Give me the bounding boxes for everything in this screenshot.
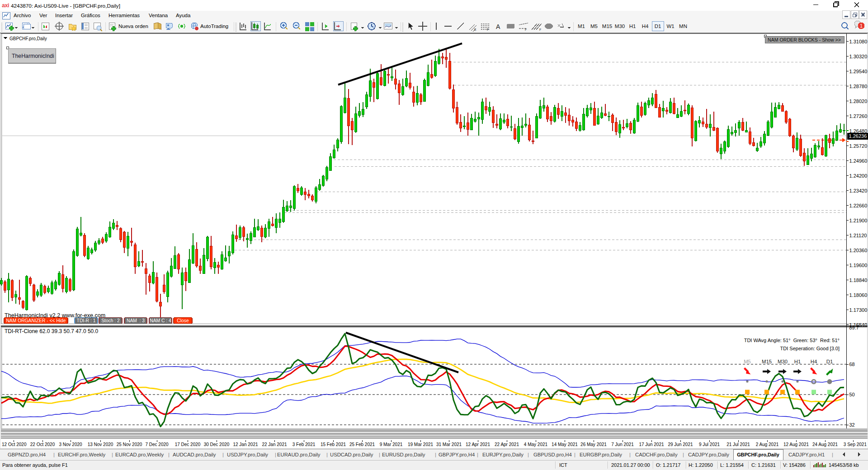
svg-text:D1: D1	[826, 359, 833, 364]
svg-text:12 Jan 2021: 12 Jan 2021	[233, 442, 258, 447]
svg-text:H1: H1	[794, 359, 801, 364]
svg-text:GBPCHF.pro,Daily: GBPCHF.pro,Daily	[737, 452, 779, 457]
svg-text:3 Feb 2021: 3 Feb 2021	[292, 442, 316, 447]
svg-text:1.25720: 1.25720	[849, 143, 868, 149]
svg-text:ICT: ICT	[559, 462, 567, 468]
svg-text:A: A	[496, 23, 500, 30]
svg-text:50: 50	[849, 392, 855, 397]
svg-text:L: 1.21554: L: 1.21554	[720, 462, 744, 468]
svg-text:CADJPY.pro,H1: CADJPY.pro,H1	[788, 452, 825, 457]
svg-text:22 Apr 2021: 22 Apr 2021	[495, 442, 519, 447]
svg-text:1.18840: 1.18840	[849, 277, 868, 283]
svg-text:EURCHF.pro,Weekly: EURCHF.pro,Weekly	[58, 452, 106, 457]
svg-text:Stoch : 2: Stoch : 2	[101, 318, 120, 323]
svg-text:19 Mar 2021: 19 Mar 2021	[408, 442, 434, 447]
svg-text:|: |	[275, 452, 276, 457]
svg-text:TDI-R : 1: TDI-R : 1	[77, 318, 96, 323]
svg-text:1.27260: 1.27260	[849, 113, 868, 119]
svg-text:GBPJPY.pro,H4: GBPJPY.pro,H4	[439, 452, 475, 457]
svg-text:AutoTrading: AutoTrading	[200, 24, 228, 29]
svg-text:TDI WAvg Angle: 51° Green: 53: TDI WAvg Angle: 51° Green: 53° Red: 51°	[744, 338, 840, 343]
svg-text:Archivo: Archivo	[14, 13, 31, 18]
svg-text:Ayuda: Ayuda	[176, 13, 191, 18]
svg-text:|: |	[435, 452, 436, 457]
svg-text:7 Jun 2021: 7 Jun 2021	[611, 442, 634, 447]
svg-text:30 Dec 2020: 30 Dec 2020	[204, 442, 230, 447]
svg-text:1.21900: 1.21900	[849, 218, 868, 223]
svg-text:26 May 2021: 26 May 2021	[580, 442, 607, 447]
svg-text:GBPNZD.pro,H4: GBPNZD.pro,H4	[8, 452, 46, 457]
svg-text:NAM ORDER BLOCKS - Show >>: NAM ORDER BLOCKS - Show >>	[768, 37, 841, 42]
svg-text:1.29540: 1.29540	[849, 69, 868, 74]
svg-text:|: |	[832, 452, 833, 457]
svg-text:1.24960: 1.24960	[849, 158, 868, 164]
svg-text:MN: MN	[679, 24, 687, 29]
svg-text:H: 1.22050: H: 1.22050	[689, 462, 713, 468]
svg-text:1.26236: 1.26236	[849, 133, 867, 139]
svg-text:M30: M30	[778, 359, 788, 364]
svg-text:|: |	[629, 452, 631, 457]
svg-text:EURUSD.pro,Daily: EURUSD.pro,Daily	[382, 452, 425, 457]
svg-text:24 Aug 2021: 24 Aug 2021	[812, 442, 838, 447]
svg-text:Herramientas: Herramientas	[108, 13, 140, 18]
svg-text:Ventana: Ventana	[149, 13, 168, 18]
svg-text:68: 68	[849, 362, 855, 367]
svg-text:Insertar: Insertar	[55, 13, 73, 18]
svg-text:|: |	[53, 452, 55, 457]
svg-text:7 Dec 2020: 7 Dec 2020	[145, 442, 169, 447]
svg-text:EURCAD.pro,Weekly: EURCAD.pro,Weekly	[115, 452, 164, 457]
svg-text:13 Nov 2020: 13 Nov 2020	[88, 442, 113, 447]
svg-text:M1: M1	[578, 24, 585, 29]
svg-text:21 Jul 2021: 21 Jul 2021	[726, 442, 750, 447]
svg-text:22 Oct 2020: 22 Oct 2020	[30, 442, 55, 447]
svg-text:Nueva orden: Nueva orden	[118, 24, 148, 29]
svg-text:AUDCAD.pro,Daily: AUDCAD.pro,Daily	[173, 452, 216, 457]
svg-text:|: |	[528, 452, 529, 457]
svg-text:32: 32	[849, 422, 855, 428]
svg-text:|: |	[222, 452, 224, 457]
svg-text:31 Mar 2021: 31 Mar 2021	[436, 442, 462, 447]
svg-text:|: |	[477, 452, 478, 457]
svg-text:F: F	[539, 28, 541, 31]
svg-text:1.21120: 1.21120	[849, 233, 867, 238]
svg-text:|: |	[379, 452, 380, 457]
svg-text:USDJPY.pro,Daily: USDJPY.pro,Daily	[227, 452, 268, 457]
svg-text:axi: axi	[2, 2, 9, 9]
svg-text:1.17300: 1.17300	[849, 307, 868, 313]
svg-text:9 Jul 2021: 9 Jul 2021	[699, 442, 720, 447]
svg-text:22 Jan 2021: 22 Jan 2021	[262, 442, 287, 447]
svg-text:12 Aug 2021: 12 Aug 2021	[783, 442, 809, 447]
svg-text:|: |	[574, 452, 576, 457]
svg-text:1.28020: 1.28020	[849, 99, 868, 104]
svg-text:H4: H4	[642, 24, 649, 29]
svg-text:Para obtener ayuda, pulse F1: Para obtener ayuda, pulse F1	[2, 462, 68, 468]
svg-text:O: 1.21717: O: 1.21717	[656, 462, 680, 468]
svg-text:9 Mar 2021: 9 Mar 2021	[380, 442, 403, 447]
svg-text:H1: H1	[629, 24, 636, 29]
svg-text:CADJPY.pro,Daily: CADJPY.pro,Daily	[688, 452, 729, 457]
svg-text:1.19600: 1.19600	[849, 263, 868, 268]
svg-text:3 Nov 2020: 3 Nov 2020	[59, 442, 82, 447]
svg-text:1.30320: 1.30320	[849, 54, 868, 59]
svg-text:1: 1	[860, 23, 863, 28]
svg-text:F: F	[525, 28, 527, 31]
svg-text:F: F	[487, 28, 489, 31]
svg-text:145453/58 kb: 145453/58 kb	[829, 462, 859, 468]
svg-text:M15: M15	[602, 24, 612, 29]
svg-text:GBPUSD.pro,H4: GBPUSD.pro,H4	[533, 452, 572, 457]
svg-text:EURGBP.pro,Daily: EURGBP.pro,Daily	[580, 452, 622, 457]
svg-text:1.20360: 1.20360	[849, 248, 868, 253]
svg-text:4 May 2021: 4 May 2021	[524, 442, 548, 447]
svg-text:NAM : 3: NAM : 3	[127, 318, 145, 323]
svg-text:2 Aug 2021: 2 Aug 2021	[756, 442, 779, 447]
svg-text:1.22660: 1.22660	[849, 203, 868, 208]
svg-text:3 Sep 2021: 3 Sep 2021	[844, 442, 867, 447]
svg-text:29 Jun 2021: 29 Jun 2021	[668, 442, 693, 447]
svg-text:1.28780: 1.28780	[849, 84, 868, 89]
svg-text:NAM ORGANIZER - << Hide: NAM ORGANIZER - << Hide	[6, 318, 66, 323]
svg-text:Close: Close	[177, 318, 189, 323]
svg-text:25 Feb 2021: 25 Feb 2021	[349, 442, 375, 447]
svg-text:CADCHF.pro,Daily: CADCHF.pro,Daily	[635, 452, 678, 457]
svg-text:D1: D1	[655, 24, 661, 29]
svg-text:M5: M5	[744, 359, 751, 364]
